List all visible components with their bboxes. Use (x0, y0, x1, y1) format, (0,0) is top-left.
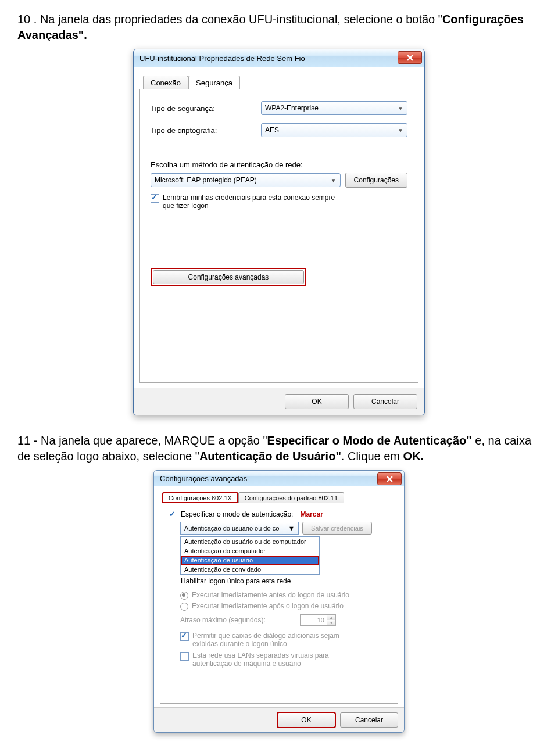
combo-auth-method[interactable]: Microsoft: EAP protegido (PEAP) ▼ (151, 173, 341, 187)
cancel-button[interactable]: Cancelar (340, 712, 398, 728)
label-sso: Habilitar logon único para esta rede (181, 577, 291, 585)
dropdown-auth-mode: Autenticação do usuário ou do computador… (180, 536, 320, 575)
combo-security-type[interactable]: WPA2-Enterprise ▼ (261, 101, 407, 115)
label-remember: Lembrar minhas credenciais para esta con… (163, 194, 337, 210)
instruction-10: 10 . Na janela das propriedades da conex… (17, 12, 541, 43)
checkbox-sso[interactable] (169, 578, 177, 586)
text: 10 . Na janela das propriedades da conex… (17, 13, 442, 26)
spinner-delay[interactable]: 10 ▲▼ (300, 614, 336, 626)
annotation-marcar: Marcar (300, 510, 323, 518)
instruction-11: 11 - Na janela que aparece, MARQUE a opç… (17, 433, 541, 464)
titlebar: UFU-institucional Propriedades de Rede S… (134, 49, 424, 67)
ok-button[interactable]: OK (285, 394, 349, 409)
text: 11 - Na janela que aparece, MARQUE a opç… (17, 434, 267, 447)
chevron-down-icon: ▼ (398, 105, 403, 112)
tab-connection[interactable]: Conexão (143, 76, 188, 89)
combo-value: WPA2-Enterprise (265, 104, 319, 112)
advanced-settings-button[interactable]: Configurações avançadas (153, 270, 304, 284)
tab-80211[interactable]: Configurações do padrão 802.11 (238, 492, 344, 503)
text-bold: Especificar o Modo de Autenticação" (267, 434, 472, 447)
label-crypt-type: Tipo de criptografia: (151, 126, 261, 135)
label-specify-auth: Especificar o modo de autenticação: (181, 510, 293, 518)
label-vlans: Esta rede usa LANs separadas virtuais pa… (192, 651, 355, 668)
close-button[interactable] (377, 472, 402, 485)
spinner-down-icon[interactable]: ▼ (327, 620, 335, 625)
label-delay: Atraso máximo (segundos): (180, 616, 296, 624)
combo-value: Microsoft: EAP protegido (PEAP) (155, 176, 257, 184)
close-button[interactable] (398, 51, 422, 64)
label-after-logon: Executar imediatamente após o logon de u… (192, 602, 344, 610)
combo-value: AES (265, 126, 279, 134)
dropdown-option-selected[interactable]: Autenticação de usuário (181, 556, 319, 565)
chevron-down-icon: ▼ (398, 127, 403, 134)
text: . Clique em (341, 450, 403, 463)
radio-before-logon[interactable] (180, 592, 188, 600)
chevron-down-icon: ▼ (288, 525, 295, 532)
label-auth-method: Escolha um método de autenticação de red… (151, 160, 407, 169)
close-icon (407, 55, 413, 61)
label-security-type: Tipo de segurança: (151, 104, 261, 113)
spinner-value: 10 (301, 615, 327, 625)
ok-button[interactable]: OK (277, 712, 335, 728)
combo-auth-mode[interactable]: Autenticação do usuário ou do co ▼ (180, 522, 299, 535)
window-title: UFU-institucional Propriedades de Rede S… (140, 54, 305, 63)
highlight-advanced: Configurações avançadas (151, 268, 306, 286)
checkbox-allow-dialogs[interactable] (180, 632, 189, 641)
checkbox-remember[interactable] (151, 194, 159, 203)
checkbox-vlans[interactable] (180, 652, 189, 661)
text-bold: Autenticação de Usuário" (199, 450, 341, 463)
label-allow-dialogs: Permitir que caixas de diálogo adicionai… (192, 632, 355, 648)
checkbox-specify-auth[interactable] (169, 511, 177, 519)
combo-value: Autenticação do usuário ou do co (184, 525, 279, 532)
titlebar: Configurações avançadas (154, 471, 404, 486)
dialog-properties: UFU-institucional Propriedades de Rede S… (133, 49, 425, 415)
text-bold: OK. (403, 450, 424, 463)
label-before-logon: Executar imediatamente antes do logon de… (192, 591, 349, 599)
combo-crypt-type[interactable]: AES ▼ (261, 123, 407, 137)
config-button[interactable]: Configurações (345, 173, 407, 188)
dropdown-option[interactable]: Autenticação de convidado (181, 565, 319, 574)
spinner-up-icon[interactable]: ▲ (327, 615, 335, 620)
save-credentials-button[interactable]: Salvar credenciais (302, 522, 372, 535)
radio-after-logon[interactable] (180, 603, 188, 611)
tab-8021x[interactable]: Configurações 802.1X (162, 492, 238, 503)
cancel-button[interactable]: Cancelar (353, 394, 417, 409)
tab-panel-8021x: Especificar o modo de autenticação: Marc… (160, 503, 398, 704)
dialog-advanced: Configurações avançadas Configurações 80… (153, 470, 405, 733)
close-icon (387, 476, 393, 482)
window-title: Configurações avançadas (160, 474, 247, 483)
dropdown-option[interactable]: Autenticação do computador (181, 546, 319, 556)
chevron-down-icon: ▼ (331, 177, 337, 184)
tab-security[interactable]: Segurança (188, 76, 240, 89)
tab-panel-security: Tipo de segurança: WPA2-Enterprise ▼ Tip… (140, 89, 419, 383)
dropdown-option[interactable]: Autenticação do usuário ou do computador (181, 537, 319, 546)
